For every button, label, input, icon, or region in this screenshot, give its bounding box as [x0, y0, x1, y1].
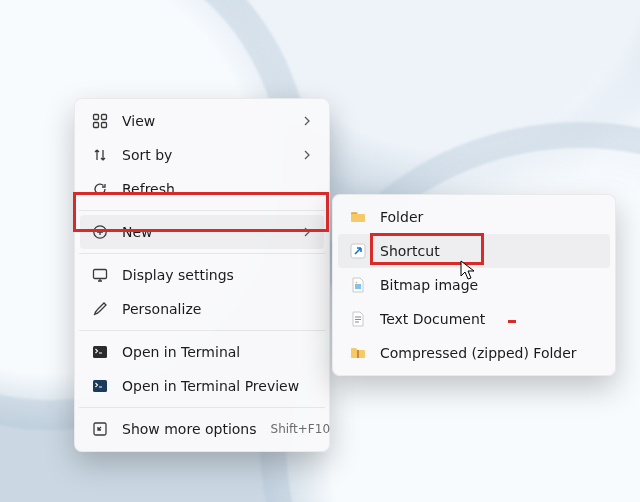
menu-label: Folder: [380, 209, 598, 225]
menu-item-open-terminal-preview[interactable]: Open in Terminal Preview: [80, 369, 324, 403]
menu-label: Open in Terminal Preview: [122, 378, 312, 394]
text-document-icon: [350, 311, 366, 327]
terminal-icon: [92, 344, 108, 360]
shortcut-icon: [350, 243, 366, 259]
refresh-icon: [92, 181, 108, 197]
svg-rect-10: [355, 284, 361, 289]
menu-label: Compressed (zipped) Folder: [380, 345, 598, 361]
view-icon: [92, 113, 108, 129]
sort-icon: [92, 147, 108, 163]
zip-folder-icon: [350, 345, 366, 361]
menu-item-open-terminal[interactable]: Open in Terminal: [80, 335, 324, 369]
chevron-right-icon: [302, 224, 312, 240]
menu-item-display-settings[interactable]: Display settings: [80, 258, 324, 292]
svg-rect-8: [94, 423, 106, 435]
svg-rect-12: [357, 350, 359, 358]
submenu-item-bitmap[interactable]: Bitmap image: [338, 268, 610, 302]
submenu-item-text-document[interactable]: Text Document: [338, 302, 610, 336]
menu-item-show-more-options[interactable]: Show more options Shift+F10: [80, 412, 324, 446]
new-icon: [92, 224, 108, 240]
menu-item-personalize[interactable]: Personalize: [80, 292, 324, 326]
annotation-mark: [508, 320, 516, 323]
svg-point-11: [356, 282, 358, 284]
menu-separator: [79, 330, 325, 331]
menu-item-new[interactable]: New: [80, 215, 324, 249]
display-icon: [92, 267, 108, 283]
svg-rect-1: [102, 115, 107, 120]
submenu-item-shortcut[interactable]: Shortcut: [338, 234, 610, 268]
svg-rect-0: [94, 115, 99, 120]
svg-rect-6: [93, 346, 107, 358]
svg-rect-2: [94, 123, 99, 128]
submenu-item-folder[interactable]: Folder: [338, 200, 610, 234]
menu-label: Personalize: [122, 301, 312, 317]
chevron-right-icon: [302, 113, 312, 129]
new-submenu: Folder Shortcut Bitmap image Text Docume…: [332, 194, 616, 376]
menu-label: Show more options: [122, 421, 257, 437]
desktop-context-menu: View Sort by Refresh New Display s: [74, 98, 330, 452]
menu-label: Sort by: [122, 147, 288, 163]
terminal-preview-icon: [92, 378, 108, 394]
svg-rect-5: [94, 270, 107, 279]
menu-label: Bitmap image: [380, 277, 598, 293]
chevron-right-icon: [302, 147, 312, 163]
menu-label: New: [122, 224, 288, 240]
svg-rect-3: [102, 123, 107, 128]
menu-separator: [79, 253, 325, 254]
menu-label: Shortcut: [380, 243, 598, 259]
menu-label: Text Document: [380, 311, 598, 327]
menu-item-view[interactable]: View: [80, 104, 324, 138]
menu-item-refresh[interactable]: Refresh: [80, 172, 324, 206]
menu-label: Refresh: [122, 181, 312, 197]
menu-separator: [79, 407, 325, 408]
more-options-icon: [92, 421, 108, 437]
bitmap-icon: [350, 277, 366, 293]
menu-label: View: [122, 113, 288, 129]
menu-label: Open in Terminal: [122, 344, 312, 360]
folder-icon: [350, 209, 366, 225]
submenu-item-compressed-folder[interactable]: Compressed (zipped) Folder: [338, 336, 610, 370]
menu-separator: [79, 210, 325, 211]
menu-item-sort-by[interactable]: Sort by: [80, 138, 324, 172]
personalize-icon: [92, 301, 108, 317]
svg-rect-7: [93, 380, 107, 392]
menu-accelerator: Shift+F10: [271, 422, 333, 436]
menu-label: Display settings: [122, 267, 312, 283]
